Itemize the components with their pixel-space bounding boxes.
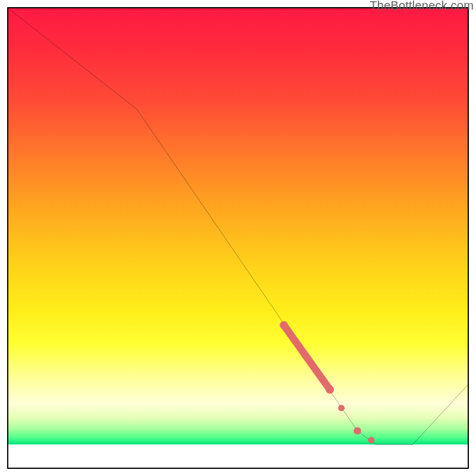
highlight-point [354, 427, 361, 434]
chart-svg-layer [8, 8, 468, 468]
highlight-point [325, 386, 334, 394]
bottleneck-curve [8, 8, 468, 444]
highlight-point [368, 437, 374, 443]
chart-canvas: TheBottleneck.com [0, 0, 476, 476]
watermark-text: TheBottleneck.com [369, 0, 474, 12]
highlight-point [338, 405, 345, 411]
highlight-segment [284, 325, 330, 390]
highlight-point [280, 321, 288, 330]
plot-area [7, 7, 469, 469]
